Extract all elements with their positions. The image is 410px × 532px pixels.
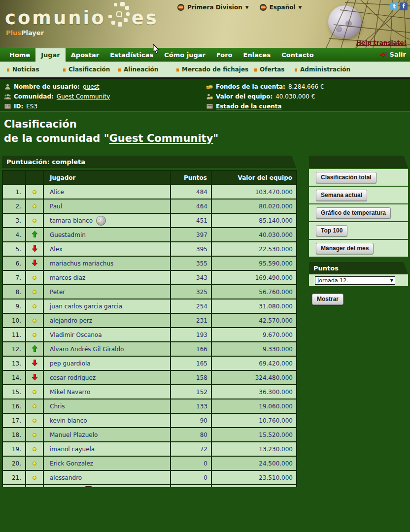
trend-cell xyxy=(26,385,43,399)
player-name-link[interactable]: Alex xyxy=(43,242,171,256)
team-value-cell: 69.420.000 xyxy=(211,356,297,370)
points-cell: 152 xyxy=(171,385,211,399)
player-name-link[interactable]: Vladimir Oscanoa xyxy=(43,328,171,342)
nav-item[interactable]: Home xyxy=(4,48,35,62)
sidebar-button[interactable]: Semana actual xyxy=(316,190,367,201)
page: comunio es PlusPlayer xyxy=(0,0,410,532)
points-cell: 90 xyxy=(171,413,211,428)
no-change-icon xyxy=(33,390,36,394)
id-value: ES3 xyxy=(26,103,37,110)
trend-cell xyxy=(26,342,43,356)
player-name-link[interactable]: mariachus mariachus xyxy=(43,256,171,270)
team-value: 40.030.000 € xyxy=(275,93,315,100)
team-value-cell: 85.140.000 xyxy=(211,213,297,228)
table-row: 21. alessandro 0 23.510.000 xyxy=(2,470,297,485)
player-name-link[interactable]: pep guardiola xyxy=(43,356,171,370)
table-row: 17. kevin blanco 90 10.760.000 xyxy=(2,413,297,428)
league-dropdown[interactable]: Primera Division ▼ xyxy=(177,4,249,11)
no-change-icon xyxy=(33,204,36,208)
points-cell: 165 xyxy=(171,356,211,370)
player-name-link[interactable]: marcos diaz xyxy=(43,270,171,285)
account-status-row: Estado de la cuenta xyxy=(206,102,324,110)
nav-item[interactable]: Contacto xyxy=(276,48,319,62)
player-name-link[interactable]: Peter xyxy=(43,285,171,299)
community-label: Comunidad: xyxy=(14,93,54,100)
sidebar-button[interactable]: Mánager del mes xyxy=(316,243,374,254)
subnav-item-label: Administración xyxy=(300,66,350,73)
title-community-link[interactable]: Guest Community xyxy=(109,133,213,144)
account-bar: Nombre de usuario: guest Comunidad: Gues… xyxy=(0,79,410,112)
no-change-icon xyxy=(33,276,36,280)
subnav-item[interactable]: Administración xyxy=(295,62,350,77)
player-name-link[interactable]: alessandro xyxy=(43,470,171,485)
player-name-link[interactable]: Erick Gonzalez xyxy=(43,456,171,470)
funds-icon xyxy=(206,84,213,89)
points-cell: 0 xyxy=(171,470,211,485)
player-name-link[interactable]: imanol cayuela xyxy=(43,442,171,456)
player-name-link[interactable]: alejandro perz xyxy=(43,313,171,328)
community-link[interactable]: Guest Community xyxy=(57,93,110,100)
rank-cell: 16. xyxy=(2,399,26,413)
nav-item[interactable]: Foro xyxy=(211,48,238,62)
player-name-link[interactable]: Paul xyxy=(43,199,171,213)
subnav-item[interactable]: Ofertas xyxy=(254,62,284,77)
team-value-cell: 42.570.000 xyxy=(211,313,297,328)
player-name: kevin blanco xyxy=(50,417,87,424)
id-row: ID: ES3 xyxy=(4,102,110,110)
table-row: 7. marcos diaz 343 169.490.000 xyxy=(2,270,297,285)
player-name: Peter xyxy=(50,289,65,296)
plus-label: Plus xyxy=(6,29,21,36)
twitter-icon[interactable]: t xyxy=(390,2,398,10)
points-cell: 254 xyxy=(171,299,211,313)
subnav-item[interactable]: Mercado de fichajes xyxy=(176,62,248,77)
nav-item[interactable]: Apostar xyxy=(66,48,104,62)
subnav-item[interactable]: Noticias xyxy=(7,62,39,77)
player-name-link[interactable]: cesar rodriguez xyxy=(43,370,171,385)
show-button[interactable]: Mostrar xyxy=(312,294,343,305)
nav-item[interactable]: Estadísticas xyxy=(104,48,159,62)
username-link[interactable]: guest xyxy=(83,83,100,90)
table-row: 18. Manuel Plazuelo 80 15.520.000 xyxy=(2,428,297,442)
jornada-select[interactable]: Jornada 12. ▼ xyxy=(315,276,395,285)
league-dropdown-label: Primera Division xyxy=(187,4,242,11)
player-name: Alvaro Andrés Gil Giraldo xyxy=(50,346,124,353)
no-change-icon xyxy=(33,333,36,337)
facebook-icon[interactable]: f xyxy=(400,2,408,10)
nav-item[interactable]: Jugar xyxy=(35,48,66,62)
player-name: Alex xyxy=(50,246,63,253)
comunio-logo: comunio es xyxy=(5,5,159,31)
trend-cell xyxy=(26,256,43,270)
nav-item[interactable]: Enlaces xyxy=(238,48,276,62)
player-name-link[interactable]: juan carlos garcia garcia xyxy=(43,299,171,313)
player-name-link[interactable]: Alice xyxy=(43,185,171,199)
nav-item[interactable]: Cómo jugar xyxy=(159,48,211,62)
sidebar: Clasificación total Semana actual Gráfic… xyxy=(309,156,408,305)
subnav-item[interactable]: Alineación xyxy=(118,62,158,77)
caret-down-icon: ▼ xyxy=(245,5,249,10)
player-name: imanol cayuela xyxy=(50,446,95,453)
help-translate-link[interactable]: Help translate! xyxy=(356,39,407,46)
table-row: 5. Alex 395 22.530.000 xyxy=(2,242,297,256)
sidebar-button[interactable]: Gráfico de temperatura xyxy=(316,207,391,219)
no-change-icon xyxy=(33,476,36,480)
points-cell: 80 xyxy=(171,428,211,442)
player-name-link[interactable]: kevin blanco xyxy=(43,413,171,428)
logout-button[interactable]: Salir xyxy=(380,48,406,62)
funds-label: Fondos de la cuenta: xyxy=(216,83,285,90)
player-name-link[interactable]: Mikel Navarro xyxy=(43,385,171,399)
player-name-link[interactable]: Alvaro Andrés Gil Giraldo xyxy=(43,342,171,356)
partial-points-cell xyxy=(171,485,211,487)
sidebar-button[interactable]: Clasificación total xyxy=(316,172,376,183)
player-name-link[interactable]: Guestadmin xyxy=(43,228,171,242)
sidebar-button[interactable]: Top 100 xyxy=(316,225,347,236)
subnav-item-label: Clasificación xyxy=(68,66,110,73)
table-row: 1. Alice 484 103.470.000 xyxy=(2,185,297,199)
player-name: Erick Gonzalez xyxy=(50,460,93,467)
table-row: 8. Peter 325 56.760.000 xyxy=(2,285,297,299)
player-name-link[interactable]: Chris xyxy=(43,399,171,413)
account-status-link[interactable]: Estado de la cuenta xyxy=(216,103,282,110)
subnav-item[interactable]: Clasificación xyxy=(63,62,110,77)
language-dropdown[interactable]: Español ▼ xyxy=(260,4,302,11)
player-name-link[interactable]: tamara blanco xyxy=(43,213,171,228)
player-name-link[interactable]: Manuel Plazuelo xyxy=(43,428,171,442)
